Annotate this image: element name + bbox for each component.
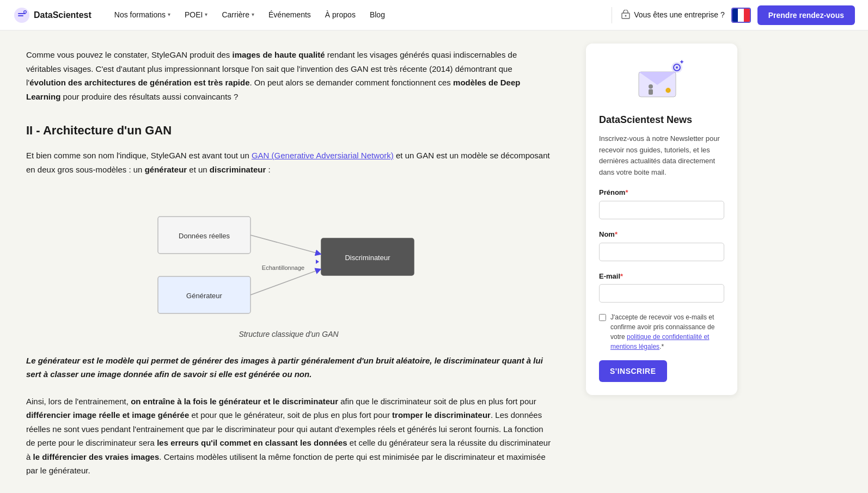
email-label: E-mail* xyxy=(599,271,724,282)
paragraph2: Ainsi, lors de l'entrainement, on entraî… xyxy=(26,395,551,478)
nom-input[interactable] xyxy=(599,243,724,261)
diagram-container: Données réelles Générateur Discriminateu… xyxy=(26,189,551,340)
nav-divider xyxy=(612,7,612,23)
subscribe-button[interactable]: S'INSCRIRE xyxy=(599,360,667,382)
diagram-caption: Structure classique d'un GAN xyxy=(239,328,338,340)
section-title: II - Architecture d'un GAN xyxy=(26,121,551,140)
gan-link[interactable]: GAN (Generative Adversiarial Network) xyxy=(252,151,394,160)
nav-nos-formations[interactable]: Nos formations ▾ xyxy=(109,5,176,24)
svg-point-6 xyxy=(625,15,627,17)
svg-point-4 xyxy=(25,11,26,13)
cta-button[interactable]: Prendre rendez-vous xyxy=(757,5,855,25)
email-input[interactable] xyxy=(599,284,724,303)
enterprise-icon xyxy=(621,10,631,20)
sidebar-card: ✦ DataScientest News Inscrivez-vous à no… xyxy=(586,44,737,395)
newsletter-illustration: ✦ xyxy=(634,57,689,106)
logo[interactable]: DataScientest xyxy=(13,7,91,24)
language-flag[interactable] xyxy=(731,8,751,23)
prenom-group: Prénom* xyxy=(599,187,724,227)
logo-text: DataScientest xyxy=(34,8,91,22)
svg-text:Générateur: Générateur xyxy=(186,292,222,300)
prenom-label: Prénom* xyxy=(599,187,724,199)
page-container: Comme vous pouvez le constater, StyleGAN… xyxy=(0,30,868,493)
chevron-down-icon: ▾ xyxy=(168,10,170,19)
svg-rect-28 xyxy=(649,89,653,95)
svg-point-27 xyxy=(649,84,653,89)
sidebar-description: Inscrivez-vous à notre Newsletter pour r… xyxy=(599,133,724,178)
svg-text:Echantillonnage: Echantillonnage xyxy=(262,264,304,271)
nav-blog[interactable]: Blog xyxy=(364,5,390,24)
enterprise-link[interactable]: Vous êtes une entreprise ? xyxy=(621,9,725,21)
chevron-down-icon: ▾ xyxy=(205,10,207,19)
svg-marker-16 xyxy=(316,260,319,264)
bold-italic-block: Le générateur est le modèle qui permet d… xyxy=(26,354,551,381)
email-group: E-mail* xyxy=(599,271,724,311)
email-required-star: * xyxy=(620,272,623,280)
svg-rect-2 xyxy=(18,15,23,16)
consent-label[interactable]: J'accepte de recevoir vos e-mails et con… xyxy=(610,312,724,352)
logo-icon xyxy=(13,7,30,24)
consent-checkbox-group: J'accepte de recevoir vos e-mails et con… xyxy=(599,312,724,352)
main-content: Comme vous pouvez le constater, StyleGAN… xyxy=(0,30,577,493)
nom-label: Nom* xyxy=(599,229,724,241)
svg-line-13 xyxy=(250,235,319,254)
navbar-nav: Nos formations ▾ POEI ▾ Carrière ▾ Événe… xyxy=(109,5,603,24)
nav-poei[interactable]: POEI ▾ xyxy=(179,5,213,24)
nom-required-star: * xyxy=(615,230,618,238)
sidebar: ✦ DataScientest News Inscrivez-vous à no… xyxy=(577,30,746,493)
nav-apropos[interactable]: À propos xyxy=(320,5,361,24)
section-text-1: Et bien comme son nom l'indique, StyleGA… xyxy=(26,149,551,176)
sidebar-title: DataScientest News xyxy=(599,112,724,128)
diagram-svg: Données réelles Générateur Discriminateu… xyxy=(147,189,430,324)
nav-carriere[interactable]: Carrière ▾ xyxy=(216,5,260,24)
prenom-required-star: * xyxy=(625,188,628,196)
navbar: DataScientest Nos formations ▾ POEI ▾ Ca… xyxy=(0,0,868,30)
svg-point-21 xyxy=(676,66,678,69)
privacy-link[interactable]: politique de confidentialité et mentions… xyxy=(610,333,709,350)
svg-text:Données réelles: Données réelles xyxy=(179,232,230,240)
svg-text:Discriminateur: Discriminateur xyxy=(345,254,390,262)
article-intro: Comme vous pouvez le constater, StyleGAN… xyxy=(26,48,551,103)
navbar-right: Vous êtes une entreprise ? Prendre rende… xyxy=(621,5,855,25)
consent-checkbox[interactable] xyxy=(599,314,606,321)
sidebar-illustration: ✦ xyxy=(599,57,724,106)
prenom-input[interactable] xyxy=(599,201,724,219)
nom-group: Nom* xyxy=(599,229,724,269)
svg-text:✦: ✦ xyxy=(679,58,684,66)
chevron-down-icon: ▾ xyxy=(252,10,254,19)
nav-evenements[interactable]: Événements xyxy=(263,5,316,24)
svg-line-14 xyxy=(250,270,319,295)
